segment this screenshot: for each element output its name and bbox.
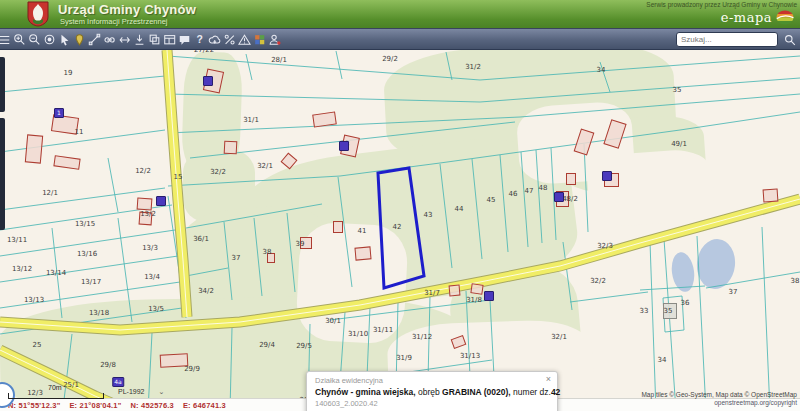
- chevron-down-icon: ⌄: [158, 388, 164, 396]
- zoom-out-icon[interactable]: [28, 33, 41, 46]
- parcel-boundary: [570, 292, 648, 302]
- parcel-label: 13/4: [144, 273, 160, 281]
- parcel-label: 46: [509, 190, 518, 198]
- menu-icon[interactable]: [0, 33, 11, 46]
- parcel-boundary: [168, 112, 800, 186]
- parcel-label: 35: [664, 307, 673, 315]
- parcel-boundary: [108, 158, 118, 212]
- address-marker[interactable]: [156, 196, 166, 206]
- address-marker[interactable]: [339, 141, 349, 151]
- parcel-label: 38: [263, 248, 272, 256]
- crs-label: PL-1992: [118, 388, 144, 395]
- main-toolbar: ?: [0, 28, 800, 50]
- parcel-label: 33: [640, 307, 649, 315]
- pan-horizontal-icon[interactable]: [118, 33, 131, 46]
- measure-icon[interactable]: [88, 33, 101, 46]
- parcel-boundary: [168, 94, 800, 133]
- attribution-link[interactable]: openstreetmap.org/copyright: [641, 399, 797, 407]
- parcel-label: 49/1: [671, 140, 687, 148]
- parcel-label: 13/3: [142, 244, 158, 252]
- collapsed-panel-tab[interactable]: [0, 57, 5, 112]
- parcel-boundary: [287, 213, 295, 292]
- parcel-label: 34: [658, 356, 667, 364]
- proportion-icon[interactable]: [223, 33, 236, 46]
- parcel-boundary: [640, 286, 705, 290]
- parcel-label: 30/1: [325, 317, 341, 325]
- parcel-label: 25/1: [63, 381, 79, 389]
- address-marker[interactable]: [602, 171, 612, 181]
- identify-pin-icon[interactable]: [73, 33, 86, 46]
- collapsed-panel-tab[interactable]: [0, 118, 5, 230]
- address-marker[interactable]: 4a: [112, 377, 124, 387]
- parcel-label: 13/12: [12, 265, 32, 273]
- building: [224, 141, 238, 155]
- download-point-icon[interactable]: [133, 33, 146, 46]
- search-icon[interactable]: [784, 34, 796, 46]
- parcel-label: 41: [358, 227, 367, 235]
- select-cursor-icon[interactable]: [58, 33, 71, 46]
- building: [449, 285, 461, 297]
- parcel-label: 11: [75, 128, 84, 136]
- parcel-label: 13/13: [24, 296, 44, 304]
- address-marker[interactable]: [484, 291, 494, 301]
- copy-view-icon[interactable]: [148, 33, 161, 46]
- coord-n: N: 452576.3: [130, 401, 173, 410]
- user-location-icon[interactable]: [268, 33, 281, 46]
- warning-icon[interactable]: [238, 33, 251, 46]
- parcel-label: 44: [455, 205, 464, 213]
- attribution-line1: Map tiles © Geo-System, Map data © OpenS…: [641, 391, 797, 399]
- parcel-boundary: [500, 155, 508, 252]
- parcel-label: 29/5: [296, 342, 312, 350]
- parcel-label: 31/11: [373, 326, 393, 334]
- parcel-commune: Chynów - gmina wiejska,: [315, 387, 416, 397]
- parcel-info-popup: Działka ewidencyjna × Chynów - gmina wie…: [306, 371, 558, 411]
- building: [763, 188, 779, 202]
- parcel-number-label: numer dz.: [511, 387, 551, 397]
- parcel-label: 12/2: [135, 167, 151, 175]
- zoom-in-icon[interactable]: [13, 33, 26, 46]
- parcel-label: 32/2: [590, 277, 606, 285]
- road-centerline: [167, 50, 187, 317]
- parcel-label: 31/1: [243, 116, 259, 124]
- address-marker[interactable]: 1: [54, 108, 64, 118]
- parcel-label: 13/11: [7, 236, 27, 244]
- parcel-label: 13/17: [81, 278, 101, 286]
- link-icon[interactable]: [103, 33, 116, 46]
- comment-icon[interactable]: [178, 33, 191, 46]
- parcel-boundary: [472, 159, 482, 259]
- parcel-label: 25: [33, 341, 42, 349]
- search-input[interactable]: [676, 32, 778, 47]
- crs-selector[interactable]: PL-1992⌄: [118, 388, 164, 396]
- legend-grid-icon[interactable]: [253, 33, 266, 46]
- parcel-boundary: [440, 164, 452, 268]
- map-attribution: Map tiles © Geo-System, Map data © OpenS…: [641, 391, 797, 407]
- full-extent-icon[interactable]: [43, 33, 56, 46]
- pond: [694, 237, 737, 291]
- service-note: Serwis prowadzony przez Urząd Gminy w Ch…: [646, 1, 797, 8]
- building: [333, 221, 343, 233]
- parcel-label: 29/9: [184, 365, 200, 373]
- parcel-label: 31/8: [466, 296, 482, 304]
- map-canvas[interactable]: 191112/112/213/213/1513/1113/313/1613/12…: [0, 0, 800, 411]
- parcel-label: 31/7: [424, 289, 440, 297]
- parcel-label: 29/4: [259, 341, 275, 349]
- parcel-boundary: [186, 204, 322, 228]
- parcel-label: 29/2: [382, 55, 398, 63]
- help-icon[interactable]: ?: [193, 33, 206, 46]
- layout-panels-icon[interactable]: [163, 33, 176, 46]
- address-marker[interactable]: [203, 76, 213, 86]
- parcel-label: 34/2: [198, 287, 214, 295]
- parcel-label: 36: [681, 299, 690, 307]
- page-subtitle: System Informacji Przestrzennej: [60, 17, 168, 26]
- emapa-globe-icon: [776, 10, 794, 25]
- parcel-label: 28/1: [271, 56, 287, 64]
- building: [25, 134, 43, 163]
- address-marker[interactable]: [554, 192, 564, 202]
- parcel-label: 37: [232, 254, 241, 262]
- svg-text:?: ?: [196, 34, 202, 45]
- close-icon[interactable]: ×: [546, 375, 551, 384]
- parcel-boundary: [563, 242, 572, 310]
- parcel-boundary: [584, 144, 588, 232]
- cloud-download-icon[interactable]: [208, 33, 221, 46]
- parcel-label: 45: [487, 196, 496, 204]
